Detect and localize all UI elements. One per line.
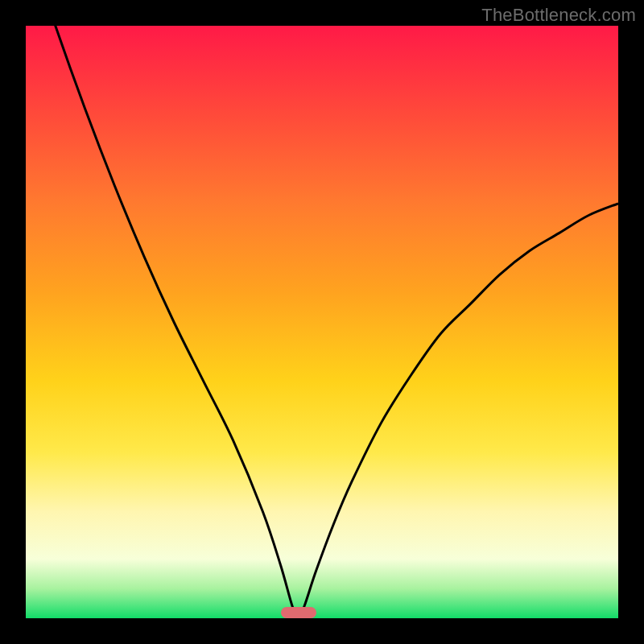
watermark-text: TheBottleneck.com: [481, 5, 636, 26]
optimum-marker: [281, 607, 316, 618]
plot-area: [26, 26, 618, 618]
chart-frame: TheBottleneck.com: [0, 0, 644, 644]
bottleneck-curve: [26, 26, 618, 618]
curve-line: [26, 26, 618, 618]
